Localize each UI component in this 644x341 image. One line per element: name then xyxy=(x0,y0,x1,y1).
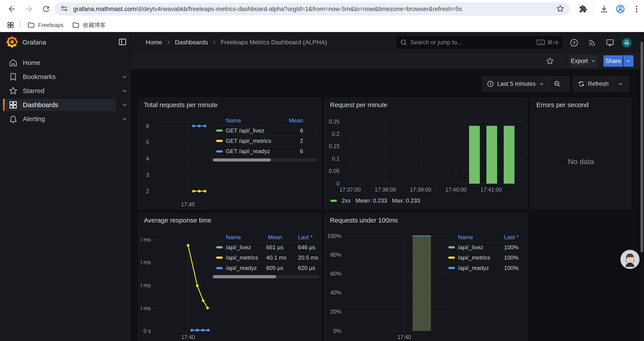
bookmark-folder-blogs[interactable]: 收藏博客 xyxy=(68,20,109,30)
grafana-logo[interactable] xyxy=(6,36,18,49)
svg-text:40 ms: 40 ms xyxy=(141,282,151,288)
address-bar[interactable]: grafana.mathmast.com/d/deytv4rwavabkb/fr… xyxy=(54,3,570,16)
search-placeholder: Search or jump to... xyxy=(410,39,536,46)
legend-header-mean[interactable]: Mean xyxy=(268,234,282,241)
breadcrumb-home[interactable]: Home xyxy=(146,39,162,46)
downloads-icon[interactable] xyxy=(599,4,609,14)
time-range-label: Last 5 minutes xyxy=(497,81,536,87)
panel-title[interactable]: Requests under 100ms xyxy=(330,217,398,224)
folder-icon xyxy=(27,21,35,29)
refresh-button[interactable]: Refresh xyxy=(574,76,613,91)
sidebar-item-label: Dashboards xyxy=(23,101,58,109)
export-button[interactable]: Export xyxy=(570,55,596,67)
breadcrumb-dashboards[interactable]: Dashboards xyxy=(175,39,208,46)
sidebar-item-alerting[interactable]: Alerting xyxy=(0,112,130,126)
chart-total-requests[interactable]: 6543217:40 xyxy=(141,113,214,209)
legend-scrollbar[interactable] xyxy=(212,158,318,162)
sidebar-item-bookmarks[interactable]: Bookmarks xyxy=(0,70,130,84)
help-icon[interactable]: ? xyxy=(569,38,579,48)
legend-header-last[interactable]: Last * xyxy=(298,234,319,241)
chart-request-per-minute[interactable]: 0.250.20.150.10.05017:37:0017:38:0017:39… xyxy=(327,111,525,197)
svg-text:20%: 20% xyxy=(330,308,341,315)
legend-header-name[interactable]: Name xyxy=(212,234,268,241)
share-label: Share xyxy=(605,58,621,65)
breadcrumb: Home Dashboards Freeleaps Metrics Dashbo… xyxy=(146,32,327,53)
sidebar-item-dashboards[interactable]: Dashboards xyxy=(0,98,130,112)
dock-menu-icon[interactable] xyxy=(118,37,127,47)
series-color-pill xyxy=(216,246,223,248)
browser-forward-icon[interactable] xyxy=(23,3,35,15)
svg-text:17:37:00: 17:37:00 xyxy=(339,187,360,193)
assistant-avatar[interactable] xyxy=(620,250,640,269)
legend-scrollbar[interactable] xyxy=(212,275,319,278)
sidebar: Grafana Home Bookmarks Starred xyxy=(0,32,131,341)
time-range-picker[interactable]: Last 5 minutes xyxy=(482,76,549,91)
share-button[interactable]: Share xyxy=(604,55,623,67)
refresh-interval-button[interactable] xyxy=(613,76,628,91)
chevron-down-icon[interactable] xyxy=(121,87,128,94)
home-icon xyxy=(8,58,18,68)
sidebar-item-home[interactable]: Home xyxy=(0,56,130,70)
kiosk-monitor-icon[interactable] xyxy=(605,38,615,48)
scrollbar-thumb[interactable] xyxy=(213,158,271,162)
page-scrollbar[interactable] xyxy=(640,32,643,341)
no-data-message: No data xyxy=(531,157,631,166)
legend-row[interactable]: /api/_livez 661 µs 646 µs xyxy=(212,242,319,253)
share-menu-button[interactable] xyxy=(624,55,634,67)
scrollbar-thumb[interactable] xyxy=(640,42,643,252)
legend-header-last[interactable]: Last * xyxy=(488,234,518,241)
browser-back-icon[interactable] xyxy=(6,3,18,15)
legend-row[interactable]: /api/_readyz 605 µs 620 µs xyxy=(212,263,319,273)
profile-icon[interactable] xyxy=(615,4,626,14)
legend-row[interactable]: /api/_metrics 100% xyxy=(444,253,523,263)
news-rss-icon[interactable] xyxy=(587,38,597,48)
chevron-down-icon xyxy=(590,58,596,64)
bookmark-star-icon[interactable] xyxy=(556,4,565,14)
toolbar-divider xyxy=(593,6,594,13)
legend-row[interactable]: /api/_livez 100% xyxy=(444,242,523,253)
sidebar-item-label: Starred xyxy=(23,87,44,95)
browser-menu-icon[interactable] xyxy=(631,4,642,14)
chevron-down-icon[interactable] xyxy=(121,101,128,108)
browser-reload-icon[interactable] xyxy=(40,3,52,15)
chart-average-response-time[interactable]: 80 ms60 ms40 ms20 ms0 s17:40 xyxy=(141,227,214,341)
sidebar-item-label: Home xyxy=(23,59,40,67)
chevron-down-icon xyxy=(626,58,631,64)
chevron-down-icon[interactable] xyxy=(121,115,128,122)
svg-text:0.25: 0.25 xyxy=(329,119,340,125)
scrollbar-thumb[interactable] xyxy=(213,275,276,278)
legend-header-name[interactable]: Name xyxy=(444,234,488,241)
panel-title[interactable]: Request per minute xyxy=(330,101,387,109)
legend-row[interactable]: /api/_metrics 40.1 ms 20.5 ms xyxy=(212,253,319,263)
panel-title[interactable]: Total requests per minute xyxy=(144,101,218,109)
chart-legend[interactable]: 2xx Mean: 0.233 Max: 0.233 xyxy=(330,197,420,204)
legend-row[interactable]: GET /api/_livez 6 xyxy=(212,126,318,136)
search-icon xyxy=(400,39,407,46)
search-input[interactable]: Search or jump to... ⌘+k xyxy=(396,35,563,49)
site-info-icon[interactable] xyxy=(60,5,68,14)
org-avatar[interactable] xyxy=(622,38,632,48)
active-highlight xyxy=(3,99,116,111)
legend-row[interactable]: GET /api/_readyz 6 xyxy=(212,146,318,156)
favorite-star-icon[interactable] xyxy=(546,57,554,66)
grafana-app: Grafana Home Bookmarks Starred xyxy=(0,32,644,341)
bookmark-folder-freeleaps[interactable]: Freeleaps xyxy=(24,20,67,30)
chevron-down-icon xyxy=(539,81,544,87)
legend-header-mean[interactable]: Mean xyxy=(278,117,303,124)
extensions-icon[interactable] xyxy=(578,4,588,14)
panel-title[interactable]: Errors per second xyxy=(536,101,588,109)
chevron-down-icon[interactable] xyxy=(121,73,128,80)
legend-row[interactable]: GET /api/_metrics 2 xyxy=(212,136,318,146)
sidebar-item-starred[interactable]: Starred xyxy=(0,84,130,98)
legend-row[interactable]: /api/_readyz 100% xyxy=(444,263,523,273)
series-color-pill xyxy=(216,140,223,142)
legend-series-name[interactable]: 2xx xyxy=(342,197,350,204)
chart-requests-under-100ms[interactable]: 100%80%60%40%20%0%17:40 xyxy=(327,227,455,341)
side-panel-apps-icon[interactable] xyxy=(3,20,18,30)
panel-title[interactable]: Average response time xyxy=(144,217,211,224)
legend-header-name[interactable]: Name xyxy=(212,117,278,124)
zoom-out-button[interactable] xyxy=(549,76,565,91)
url-text: grafana.mathmast.com/d/deytv4rwavabkb/fr… xyxy=(73,6,550,13)
series-color-pill xyxy=(448,267,455,269)
chevron-down-icon xyxy=(618,81,624,87)
